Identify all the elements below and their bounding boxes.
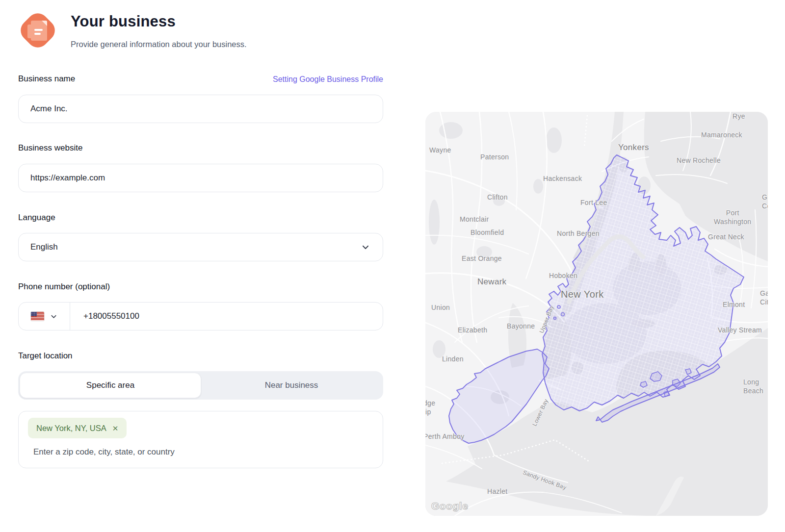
chevron-down-icon: [50, 313, 57, 320]
google-business-profile-link[interactable]: Setting Google Business Profile: [273, 75, 383, 84]
language-value: English: [30, 242, 58, 252]
google-logo[interactable]: Google: [431, 500, 468, 512]
location-tag-label: New York, NY, USA: [36, 424, 106, 433]
language-label: Language: [18, 213, 55, 223]
business-name-label: Business name: [18, 74, 75, 84]
remove-location-icon[interactable]: ✕: [112, 425, 119, 432]
tab-specific-area[interactable]: Specific area: [20, 373, 201, 398]
location-input[interactable]: [32, 447, 368, 457]
business-website-label: Business website: [18, 143, 82, 153]
business-website-input[interactable]: [18, 164, 383, 192]
location-tag: New York, NY, USA ✕: [28, 418, 127, 438]
phone-label: Phone number (optional): [18, 282, 110, 292]
phone-input[interactable]: [70, 311, 383, 321]
phone-field: [18, 302, 383, 330]
chevron-down-icon: [361, 243, 370, 252]
business-form: Business name Setting Google Business Pr…: [18, 0, 383, 532]
business-name-input[interactable]: [18, 95, 383, 123]
tab-near-business[interactable]: Near business: [201, 373, 382, 398]
target-location-label: Target location: [18, 351, 73, 361]
target-location-tabs: Specific area Near business: [18, 371, 383, 400]
us-flag-icon: [31, 312, 44, 321]
country-code-selector[interactable]: [19, 303, 70, 330]
location-search-box[interactable]: New York, NY, USA ✕: [18, 411, 383, 468]
language-select[interactable]: English: [18, 233, 383, 261]
map-canvas: [425, 112, 768, 516]
map[interactable]: WaynePatersonHackensackCliftonFort LeeMo…: [425, 112, 768, 516]
